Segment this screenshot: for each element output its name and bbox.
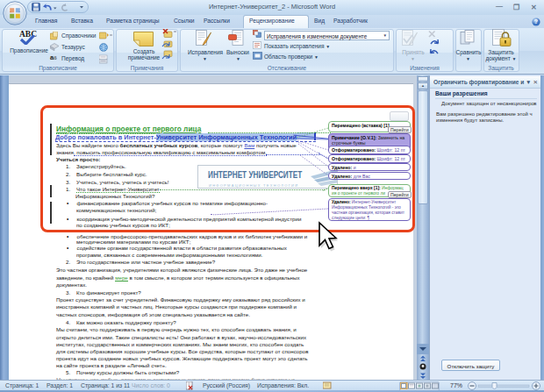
svg-text:?: ? <box>534 18 538 25</box>
